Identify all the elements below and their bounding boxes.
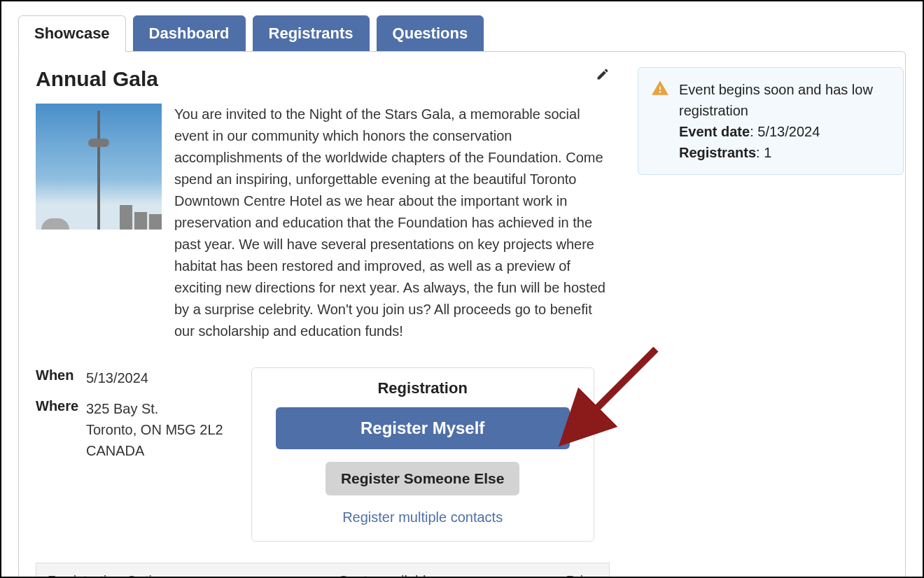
col-spots-available: Spots available <box>339 573 542 578</box>
alert-event-date-label: Event date <box>679 124 750 139</box>
where-line1: 325 Bay St. <box>86 401 158 416</box>
alert-message: Event begins soon and has low registrati… <box>679 82 873 118</box>
event-image <box>36 104 162 230</box>
register-someone-else-button[interactable]: Register Someone Else <box>326 462 519 495</box>
tab-questions[interactable]: Questions <box>377 15 484 52</box>
register-multiple-link[interactable]: Register multiple contacts <box>267 509 578 526</box>
tabs-bar: Showcase Dashboard Registrants Questions <box>18 15 906 52</box>
when-label: When <box>36 367 86 388</box>
edit-icon[interactable] <box>596 67 610 84</box>
where-line3: CANADA <box>86 443 144 458</box>
tab-showcase[interactable]: Showcase <box>18 15 126 52</box>
tab-dashboard[interactable]: Dashboard <box>133 15 246 52</box>
registration-card: Registration Register Myself Register So… <box>251 367 594 542</box>
when-value: 5/13/2024 <box>86 367 148 388</box>
content-panel: Annual Gala You are invited to the <box>18 51 906 578</box>
event-description: You are invited to the Night of the Star… <box>174 104 610 342</box>
where-line2: Toronto, ON M5G 2L2 <box>86 422 223 437</box>
tab-registrants[interactable]: Registrants <box>253 15 370 52</box>
registration-title: Registration <box>267 379 578 397</box>
low-registration-alert: Event begins soon and has low registrati… <box>638 67 904 175</box>
col-registration-options: Registration Options <box>48 573 339 578</box>
where-value: 325 Bay St. Toronto, ON M5G 2L2 CANADA <box>86 398 223 461</box>
where-label: Where <box>36 398 86 461</box>
alert-registrants-value: 1 <box>764 145 771 160</box>
alert-event-date-value: 5/13/2024 <box>757 124 820 139</box>
event-title: Annual Gala <box>36 67 158 91</box>
register-myself-button[interactable]: Register Myself <box>276 407 570 449</box>
col-price: Price <box>542 573 598 578</box>
warning-icon <box>651 79 669 100</box>
alert-registrants-label: Registrants <box>679 145 756 160</box>
registration-options-table: Registration Options Spots available Pri… <box>36 563 610 578</box>
